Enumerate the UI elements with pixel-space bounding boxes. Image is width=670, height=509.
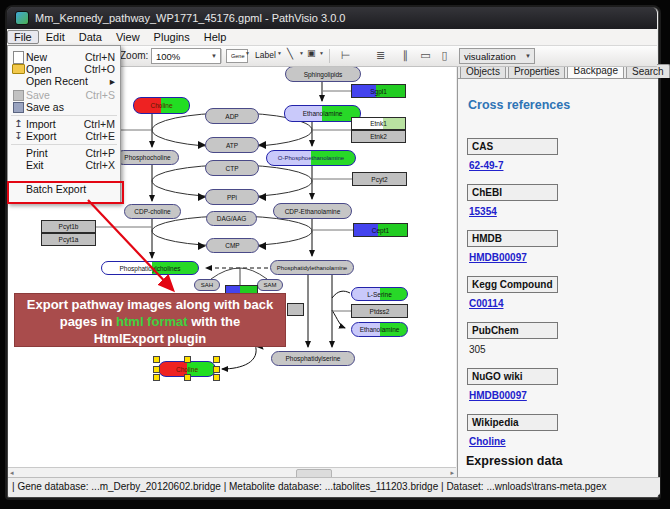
cas-link[interactable]: 62-49-7 — [469, 160, 503, 171]
cross-references-heading: Cross references — [468, 98, 570, 112]
line-tool-button[interactable]: ╲ — [287, 48, 293, 59]
node-phosphatidylserine[interactable]: Phosphatidylserine — [271, 351, 355, 366]
file-menu-save: SaveCtrl+S — [8, 89, 120, 101]
node-atp[interactable]: ATP — [205, 137, 259, 153]
node-sam[interactable]: SAM — [257, 279, 283, 291]
chevron-down-icon[interactable]: ▼ — [245, 50, 250, 56]
selection-handle[interactable] — [153, 366, 160, 373]
file-menu-open[interactable]: OpenCtrl+O — [8, 63, 120, 75]
menu-help[interactable]: Help — [197, 30, 234, 44]
shape-tool-button[interactable]: ▣ — [307, 48, 316, 58]
callout-line1: Export pathway images along with back — [27, 297, 273, 312]
file-menu-save-as[interactable]: Save as — [8, 101, 120, 113]
hmdb-link[interactable]: HMDB00097 — [469, 252, 527, 263]
screenshot: Mm_Kennedy_pathway_WP1771_45176.gpml - P… — [0, 0, 670, 509]
pubchem-value: 305 — [469, 344, 486, 355]
menu-data[interactable]: Data — [72, 30, 109, 44]
selection-handle[interactable] — [153, 356, 160, 363]
node-phosphocholine[interactable]: Phosphocholine — [116, 150, 179, 165]
node-ctp[interactable]: CTP — [205, 160, 259, 176]
app-icon — [15, 11, 29, 25]
section-header-chebi: ChEBI — [467, 184, 558, 201]
selection-handle[interactable] — [213, 374, 220, 381]
section-header-hmdb: HMDB — [467, 230, 558, 247]
gene-box-sgpl1[interactable]: Sgpl1 — [351, 84, 406, 98]
zoom-combobox[interactable]: 100% ▼ — [151, 48, 221, 64]
align-center-icon[interactable]: ⊢ — [338, 48, 353, 63]
node-sphingolipids[interactable]: Sphingolipids — [285, 66, 361, 82]
node-ethanolamine[interactable]: Ethanolamine — [284, 105, 361, 122]
gene-box-etnk1[interactable]: Etnk1 — [351, 117, 406, 130]
file-menu-export[interactable]: ↧ ExportCtrl+E — [8, 130, 120, 142]
node-dag-aag[interactable]: DAG/AAG — [206, 211, 257, 226]
gene-box-cept1[interactable]: Cept1 — [353, 223, 408, 237]
chevron-down-icon[interactable]: ▼ — [208, 53, 220, 59]
menu-plugins[interactable]: Plugins — [147, 30, 197, 44]
file-menu-print[interactable]: PrintCtrl+P — [8, 147, 120, 159]
new-document-icon — [11, 51, 26, 64]
node-cdp-choline[interactable]: CDP-choline — [124, 204, 181, 219]
node-l-serine[interactable]: L-Serine — [351, 287, 408, 301]
batch-export-highlight-box — [7, 181, 124, 204]
annotation-callout: Export pathway images along with back pa… — [14, 293, 286, 347]
section-header-wikipedia: Wikipedia — [467, 414, 558, 431]
node-cmp[interactable]: CMP — [206, 238, 259, 253]
export-icon: ↧ — [11, 131, 26, 141]
open-folder-icon — [11, 64, 26, 74]
expression-data-heading: Expression data — [466, 454, 563, 468]
menu-bar: File Edit Data View Plugins Help — [7, 29, 657, 46]
title-bar[interactable]: Mm_Kennedy_pathway_WP1771_45176.gpml - P… — [7, 7, 657, 29]
node-cdp-ethanolamine[interactable]: CDP-Ethanolamine — [273, 203, 352, 219]
node-sah[interactable]: SAH — [194, 279, 220, 291]
node-adp[interactable]: ADP — [205, 108, 259, 124]
gene-box-partial-2[interactable] — [287, 303, 304, 316]
common-height-icon[interactable]: ▯ — [437, 48, 452, 63]
label-tool-button[interactable]: Label — [255, 50, 276, 60]
common-width-icon[interactable]: ▭ — [418, 48, 433, 63]
selection-handle[interactable] — [213, 366, 220, 373]
status-text: | Gene database: ...m_Derby_20120602.bri… — [12, 481, 606, 492]
chevron-down-icon[interactable]: ▼ — [299, 50, 304, 56]
section-header-nugo: NuGO wiki — [467, 368, 558, 385]
gene-box-ptdss2[interactable]: Ptdss2 — [351, 304, 408, 318]
save-as-icon — [11, 102, 26, 113]
callout-line3: HtmlExport plugin — [94, 331, 207, 346]
selection-handle[interactable] — [184, 356, 191, 363]
menu-file[interactable]: File — [7, 30, 39, 44]
kegg-link[interactable]: C00114 — [469, 298, 503, 309]
selection-handle[interactable] — [184, 374, 191, 381]
distribute-horizontal-icon[interactable]: ≣ — [373, 48, 388, 63]
wikipedia-link[interactable]: Choline — [469, 436, 506, 447]
section-header-pubchem: PubChem — [467, 322, 558, 339]
node-choline[interactable]: Choline — [133, 97, 190, 114]
gene-box-etnk2[interactable]: Etnk2 — [351, 130, 406, 143]
file-menu-new[interactable]: NewCtrl+N — [8, 51, 120, 63]
chevron-down-icon[interactable]: ▼ — [277, 50, 282, 56]
gene-box-pcyt1b[interactable]: Pcyt1b — [41, 220, 96, 233]
section-header-kegg: Kegg Compound — [467, 276, 558, 293]
section-header-cas: CAS — [467, 138, 558, 155]
node-ppi[interactable]: PPi — [205, 189, 259, 205]
gene-box-pcyt2[interactable]: Pcyt2 — [352, 172, 407, 186]
zoom-label: Zoom: — [120, 50, 148, 61]
file-menu-import[interactable]: ↥ ImportCtrl+M — [8, 118, 120, 130]
distribute-vertical-icon[interactable]: ∥ — [398, 48, 413, 63]
node-phosphatidylcholines[interactable]: Phosphatidylcholines — [101, 261, 199, 275]
node-ethanolamine-bottom[interactable]: Ethanolamine — [351, 322, 408, 337]
chevron-down-icon[interactable]: ▼ — [319, 50, 324, 56]
visualization-combobox[interactable]: visualization ▼ — [459, 48, 535, 64]
callout-highlight: html format — [116, 314, 188, 329]
node-phosphatidylethanolamine[interactable]: Phosphatidylethanolamine — [270, 260, 354, 275]
callout-line2-pre: pages in — [60, 314, 116, 329]
file-menu-exit[interactable]: ExitCtrl+X — [8, 159, 120, 171]
node-o-phosphoethanolamine[interactable]: O-Phosphoethanolamine — [266, 150, 356, 166]
selection-handle[interactable] — [213, 356, 220, 363]
menu-view[interactable]: View — [109, 30, 147, 44]
nugo-link[interactable]: HMDB00097 — [469, 390, 527, 401]
file-menu-open-recent[interactable]: Open Recent▸ — [8, 75, 120, 87]
selection-handle[interactable] — [153, 374, 160, 381]
gene-box-pcyt1a[interactable]: Pcyt1a — [41, 233, 96, 246]
chebi-link[interactable]: 15354 — [469, 206, 497, 217]
chevron-down-icon[interactable]: ▼ — [522, 53, 534, 59]
menu-edit[interactable]: Edit — [39, 30, 72, 44]
